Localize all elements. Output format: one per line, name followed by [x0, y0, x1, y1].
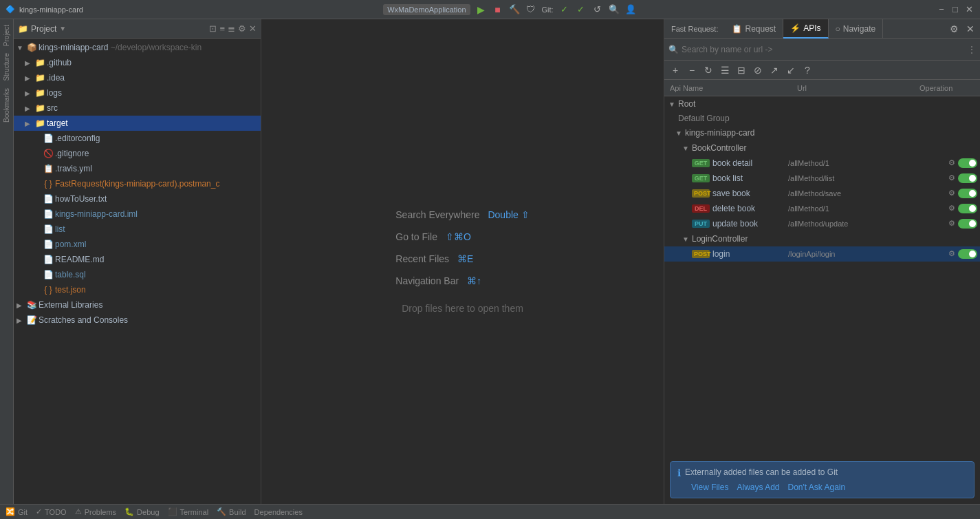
- git-notification: ℹ Externally added files can be added to…: [670, 461, 974, 498]
- tree-item-gitignore[interactable]: 🚫 .gitignore: [14, 146, 261, 161]
- api-item-login[interactable]: POST login /loginApi/login ⚙: [664, 246, 980, 262]
- collapse-all-icon[interactable]: ⊟: [734, 63, 748, 77]
- settings-icon[interactable]: ⚙: [238, 23, 246, 34]
- left-sidebar-item-structure[interactable]: Structure: [1, 50, 12, 84]
- status-git[interactable]: 🔀 Git: [6, 507, 28, 516]
- left-sidebar-item-project[interactable]: Project: [1, 22, 12, 49]
- git-notif-view-files[interactable]: View Files: [691, 483, 728, 492]
- book-detail-toggle[interactable]: [958, 158, 977, 168]
- git-refresh[interactable]: ↺: [592, 4, 603, 15]
- search-input[interactable]: [682, 45, 965, 54]
- tree-item-target[interactable]: ▶ 📁 target: [14, 116, 261, 131]
- api-root[interactable]: ▼ Root: [664, 96, 980, 112]
- api-group-logincontroller[interactable]: ▼ LoginController: [664, 231, 980, 246]
- tree-item-src[interactable]: ▶ 📁 src: [14, 100, 261, 116]
- tree-item-github[interactable]: ▶ 📁 .github: [14, 55, 261, 70]
- tree-item-fastrequest[interactable]: { } FastRequest(kings-miniapp-card).post…: [14, 176, 261, 191]
- list-icon[interactable]: ☰: [718, 63, 732, 77]
- api-item-book-list[interactable]: GET book list /allMethod/list ⚙: [664, 171, 980, 186]
- tab-request[interactable]: 📋 Request: [725, 19, 783, 39]
- iml-icon: 📄: [43, 209, 53, 219]
- run-button[interactable]: ▶: [476, 4, 487, 15]
- delete-book-settings-icon[interactable]: ⚙: [948, 204, 955, 213]
- book-list-settings-icon[interactable]: ⚙: [948, 173, 955, 183]
- api-item-delete-book[interactable]: DEL delete book /allMethod/1 ⚙: [664, 201, 980, 216]
- status-todo[interactable]: ✓ TODO: [36, 507, 67, 516]
- status-problems[interactable]: ⚠ Problems: [75, 507, 116, 516]
- login-toggle[interactable]: [958, 249, 977, 259]
- tree-item-editorconfig[interactable]: 📄 .editorconfig: [14, 131, 261, 146]
- delete-book-toggle[interactable]: [958, 204, 977, 213]
- git-notif-dont-ask[interactable]: Don't Ask Again: [788, 483, 846, 492]
- save-book-settings-icon[interactable]: ⚙: [948, 189, 955, 198]
- tree-item-iml[interactable]: 📄 kings-miniapp-card.iml: [14, 206, 261, 222]
- search-icon[interactable]: 🔍: [609, 4, 620, 15]
- minus-icon[interactable]: −: [685, 63, 699, 77]
- tree-item-list[interactable]: 📄 list: [14, 222, 261, 237]
- stop-button[interactable]: ■: [492, 4, 503, 15]
- book-list-toggle[interactable]: [958, 173, 977, 183]
- status-terminal[interactable]: ⬛ Terminal: [168, 507, 209, 516]
- build-button[interactable]: 🔨: [509, 4, 520, 15]
- api-item-book-detail[interactable]: GET book detail /allMethod/1 ⚙: [664, 156, 980, 171]
- add-icon[interactable]: +: [668, 63, 682, 77]
- tree-item-readme[interactable]: 📄 README.md: [14, 252, 261, 267]
- coverage-button[interactable]: 🛡: [525, 4, 536, 15]
- api-item-save-book[interactable]: POST save book /allMethod/save ⚙: [664, 186, 980, 201]
- user-icon[interactable]: 👤: [625, 4, 636, 15]
- tree-item-testjson[interactable]: { } test.json: [14, 282, 261, 297]
- tree-item-howtouser[interactable]: 📄 howToUser.txt: [14, 191, 261, 206]
- gitignore-label: .gitignore: [55, 149, 89, 158]
- tree-item-scratches[interactable]: ▶ 📝 Scratches and Consoles: [14, 313, 261, 328]
- update-book-settings-icon[interactable]: ⚙: [948, 219, 955, 229]
- git-check1[interactable]: ✓: [559, 4, 570, 15]
- api-list-header: Api Name Url Operation: [664, 80, 980, 96]
- login-settings-icon[interactable]: ⚙: [948, 249, 955, 259]
- close-panel-icon[interactable]: ✕: [249, 23, 257, 34]
- left-sidebar-item-bookmarks[interactable]: Bookmarks: [1, 85, 12, 125]
- scope-icon[interactable]: ⊡: [209, 23, 217, 34]
- api-group-kings[interactable]: ▼ kings-miniapp-card: [664, 125, 980, 140]
- tree-item-idea[interactable]: ▶ 📁 .idea: [14, 70, 261, 85]
- status-debug[interactable]: 🐛 Debug: [124, 507, 159, 516]
- panel-close-icon[interactable]: ✕: [963, 22, 977, 36]
- api-group-bookcontroller[interactable]: ▼ BookController: [664, 140, 980, 156]
- app-badge[interactable]: WxMaDemoApplication: [383, 4, 470, 15]
- login-method: POST: [692, 250, 710, 258]
- readme-label: README.md: [55, 255, 104, 264]
- project-dropdown-icon[interactable]: ▼: [59, 25, 66, 32]
- search-more-icon[interactable]: ⋮: [968, 45, 976, 54]
- tab-apis[interactable]: ⚡ APIs: [783, 19, 828, 39]
- book-list-name: book list: [712, 173, 788, 183]
- close-button[interactable]: ✕: [963, 4, 974, 15]
- status-dependencies[interactable]: Dependencies: [254, 508, 303, 516]
- maximize-button[interactable]: □: [950, 4, 961, 15]
- tree-item-sql[interactable]: 📄 table.sql: [14, 267, 261, 282]
- tree-item-travis[interactable]: 📋 .travis.yml: [14, 161, 261, 176]
- status-build[interactable]: 🔨 Build: [217, 507, 246, 516]
- export-icon[interactable]: ↗: [767, 63, 781, 77]
- api-tree[interactable]: ▼ Root Default Group ▼ kings-miniapp-car…: [664, 96, 980, 456]
- save-book-actions: ⚙: [948, 189, 980, 198]
- tree-item-external-libs[interactable]: ▶ 📚 External Libraries: [14, 297, 261, 313]
- help-icon[interactable]: ?: [801, 63, 814, 77]
- file-tree[interactable]: ▼ 📦 kings-miniapp-card ~/develop/workspa…: [14, 39, 261, 504]
- git-notif-always-add[interactable]: Always Add: [737, 483, 779, 492]
- api-item-update-book[interactable]: PUT update book /allMethod/update ⚙: [664, 216, 980, 231]
- minimize-button[interactable]: −: [936, 4, 947, 15]
- tree-item-pom[interactable]: 📄 pom.xml: [14, 237, 261, 252]
- refresh-icon[interactable]: ↻: [701, 63, 715, 77]
- expand-icon[interactable]: ≣: [228, 23, 235, 34]
- tree-item-logs[interactable]: ▶ 📁 logs: [14, 85, 261, 100]
- update-book-toggle[interactable]: [958, 219, 977, 229]
- import-icon[interactable]: ↙: [784, 63, 798, 77]
- tree-root[interactable]: ▼ 📦 kings-miniapp-card ~/develop/workspa…: [14, 40, 261, 55]
- save-book-toggle[interactable]: [958, 189, 977, 198]
- filter-icon[interactable]: ⊘: [751, 63, 765, 77]
- collapse-icon[interactable]: ≡: [219, 23, 225, 34]
- tab-navigate[interactable]: ○ Navigate: [829, 19, 884, 39]
- panel-settings-icon[interactable]: ⚙: [947, 22, 961, 36]
- book-detail-settings-icon[interactable]: ⚙: [948, 158, 955, 168]
- git-check2[interactable]: ✓: [576, 4, 587, 15]
- api-default-group[interactable]: Default Group: [664, 112, 980, 125]
